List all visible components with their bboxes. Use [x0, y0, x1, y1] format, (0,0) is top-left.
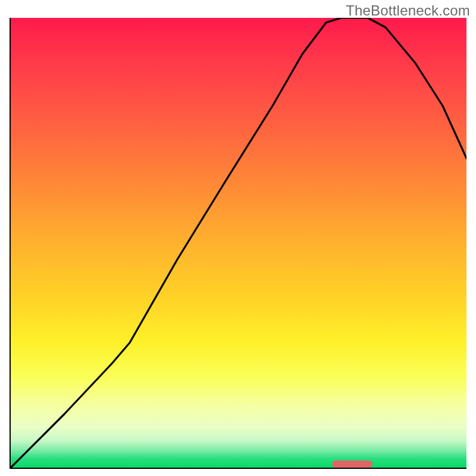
chart-container: TheBottleneck.com — [0, 0, 476, 476]
watermark-text: TheBottleneck.com — [346, 2, 470, 19]
bottleneck-curve — [11, 18, 466, 468]
plot-area — [10, 18, 466, 469]
